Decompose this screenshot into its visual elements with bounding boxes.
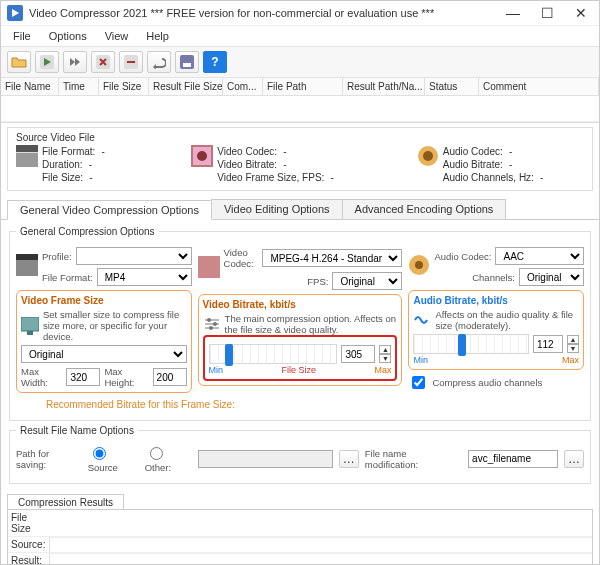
close-button[interactable]: ✕	[569, 5, 593, 21]
col-file-name[interactable]: File Name	[1, 78, 59, 96]
undo-icon	[152, 55, 166, 69]
svg-marker-5	[75, 58, 80, 66]
video-bitrate-highlight: ▲ ▼ MinFile SizeMax	[203, 335, 398, 381]
clear-button[interactable]	[119, 51, 143, 73]
svg-rect-13	[16, 153, 38, 167]
abr-spin-down[interactable]: ▼	[567, 344, 579, 353]
open-button[interactable]	[7, 51, 31, 73]
path-source-radio[interactable]	[93, 447, 106, 460]
profile-select[interactable]	[76, 247, 192, 265]
speaker-icon	[417, 145, 439, 167]
options-tabs: General Video Compression Options Video …	[1, 199, 599, 220]
source-size-cell	[50, 537, 592, 552]
tab-editing[interactable]: Video Editing Options	[211, 199, 343, 219]
col-time[interactable]: Time	[59, 78, 99, 96]
tab-advanced[interactable]: Advanced Encoding Options	[342, 199, 507, 219]
result-size-cell	[50, 553, 592, 565]
source-video-info: Source Video File File Format: - Duratio…	[7, 127, 593, 191]
help-button[interactable]: ?	[203, 51, 227, 73]
menu-help[interactable]: Help	[138, 28, 177, 44]
menu-options[interactable]: Options	[41, 28, 95, 44]
filename-mod-input[interactable]	[468, 450, 558, 468]
path-other-radio[interactable]	[150, 447, 163, 460]
path-other-input[interactable]	[198, 450, 333, 468]
col-file-path[interactable]: File Path	[263, 78, 343, 96]
play-single-button[interactable]	[35, 51, 59, 73]
filename-mod-button[interactable]: …	[564, 450, 584, 468]
svg-point-18	[423, 151, 433, 161]
file-grid: File Name Time File Size Result File Siz…	[1, 78, 599, 123]
fps-select[interactable]: Original	[332, 272, 402, 290]
audio-bitrate-callout: Audio Bitrate, kbit/s Affects on the aud…	[408, 290, 584, 370]
grid-empty-area[interactable]	[1, 96, 599, 122]
monitor-icon	[21, 317, 39, 335]
vbr-spin-down[interactable]: ▼	[379, 354, 391, 363]
tab-general[interactable]: General Video Compression Options	[7, 200, 212, 220]
svg-point-26	[209, 326, 213, 330]
general-panel: General Compression Options Profile: Fil…	[1, 220, 599, 490]
speaker-small-icon	[408, 254, 430, 276]
audio-bitrate-slider[interactable]	[413, 334, 529, 354]
play-all-button[interactable]	[63, 51, 87, 73]
clapper-icon	[16, 254, 38, 276]
play-icon	[40, 55, 54, 69]
file-format-select[interactable]: MP4	[97, 268, 192, 286]
svg-rect-21	[21, 317, 39, 331]
film-small-icon	[198, 256, 220, 278]
col-compression[interactable]: Com...	[223, 78, 263, 96]
clear-icon	[124, 55, 138, 69]
menu-file[interactable]: File	[5, 28, 39, 44]
gco-legend: General Compression Options	[16, 226, 159, 237]
save-button[interactable]	[175, 51, 199, 73]
col-result-path[interactable]: Result Path/Na...	[343, 78, 425, 96]
video-bitrate-input[interactable]	[341, 345, 375, 363]
frame-size-select[interactable]: Original	[21, 345, 187, 363]
max-height-input[interactable]	[153, 368, 187, 386]
svg-point-28	[415, 261, 423, 269]
svg-rect-10	[183, 63, 191, 67]
vbr-title: Video Bitrate, kbit/s	[203, 299, 296, 310]
col-result-size[interactable]: Result File Size	[149, 78, 223, 96]
svg-marker-8	[153, 64, 156, 69]
abr-spin-up[interactable]: ▲	[567, 335, 579, 344]
general-compression-fieldset: General Compression Options Profile: Fil…	[9, 226, 591, 421]
remove-button[interactable]	[91, 51, 115, 73]
col-comment[interactable]: Comment	[479, 78, 599, 96]
menu-view[interactable]: View	[97, 28, 137, 44]
compress-audio-checkbox[interactable]	[412, 376, 425, 389]
titlebar: Video Compressor 2021 *** FREE version f…	[1, 1, 599, 26]
video-bitrate-slider[interactable]	[209, 344, 338, 364]
clapperboard-icon	[16, 145, 38, 167]
menubar: File Options View Help	[1, 26, 599, 47]
result-file-name-fieldset: Result File Name Options Path for saving…	[9, 425, 591, 484]
audio-codec-select[interactable]: AAC	[495, 247, 584, 265]
undo-button[interactable]	[147, 51, 171, 73]
svg-point-16	[197, 151, 207, 161]
play-multi-icon	[68, 55, 82, 69]
video-frame-size-callout: Video Frame Size Set smaller size to com…	[16, 290, 192, 393]
svg-point-24	[207, 318, 211, 322]
path-browse-button[interactable]: …	[339, 450, 359, 468]
film-icon	[191, 145, 213, 167]
wave-icon	[413, 311, 431, 329]
tab-compression-results[interactable]: Compression Results	[7, 494, 124, 510]
svg-point-25	[213, 322, 217, 326]
source-title: Source Video File	[16, 132, 584, 143]
channels-select[interactable]: Original	[519, 268, 584, 286]
max-width-input[interactable]	[66, 368, 100, 386]
app-icon	[7, 5, 23, 21]
folder-open-icon	[11, 55, 27, 69]
abr-title: Audio Bitrate, kbit/s	[413, 295, 507, 306]
maximize-button[interactable]: ☐	[535, 5, 559, 21]
audio-bitrate-input[interactable]	[533, 335, 563, 353]
minimize-button[interactable]: —	[501, 5, 525, 21]
floppy-icon	[180, 55, 194, 69]
col-status[interactable]: Status	[425, 78, 479, 96]
col-file-size[interactable]: File Size	[99, 78, 149, 96]
svg-rect-12	[16, 145, 38, 152]
video-bitrate-callout: Video Bitrate, kbit/s The main compressi…	[198, 294, 403, 386]
recommended-bitrate-label: Recommended Bitrate for this Frame Size:	[46, 399, 235, 410]
video-codec-select[interactable]: MPEG-4 H.264 - Standar	[262, 249, 402, 267]
compression-results: Compression Results File Size Source: Re…	[7, 494, 593, 565]
vbr-spin-up[interactable]: ▲	[379, 345, 391, 354]
